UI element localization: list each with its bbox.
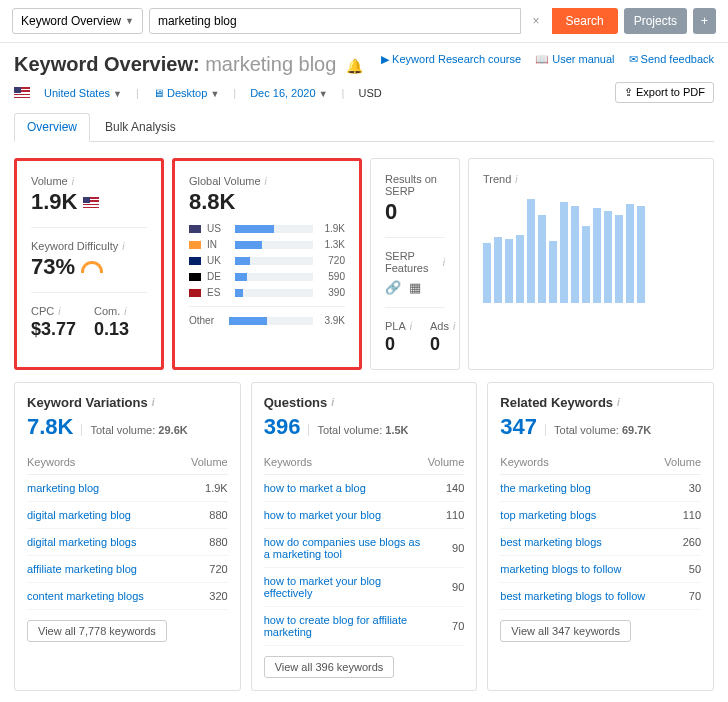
currency-label: USD [358, 87, 381, 99]
bell-icon[interactable]: 🔔 [346, 58, 363, 74]
global-volume-card: Global Volumei 8.8K US1.9KIN1.3KUK720DE5… [172, 158, 362, 370]
keyword-link[interactable]: best marketing blogs to follow [500, 590, 645, 602]
flag-icon [189, 257, 201, 265]
clear-input-icon[interactable]: × [527, 14, 546, 28]
keyword-link[interactable]: affiliate marketing blog [27, 563, 137, 575]
info-icon[interactable]: i [443, 257, 445, 268]
date-filter[interactable]: Dec 16, 2020 ▼ [250, 87, 327, 99]
keyword-variations-panel: Keyword Variationsi 7.8KTotal volume: 29… [14, 382, 241, 691]
flag-us-icon [83, 197, 99, 208]
tab-overview[interactable]: Overview [14, 113, 90, 142]
flag-icon [189, 289, 201, 297]
country-filter[interactable]: United States ▼ [44, 87, 122, 99]
flag-icon [189, 273, 201, 281]
keyword-link[interactable]: how to market a blog [264, 482, 366, 494]
keyword-overview-dropdown[interactable]: Keyword Overview▼ [12, 8, 143, 34]
keyword-link[interactable]: marketing blog [27, 482, 99, 494]
keyword-link[interactable]: the marketing blog [500, 482, 591, 494]
keyword-link[interactable]: marketing blogs to follow [500, 563, 621, 575]
projects-button[interactable]: Projects [624, 8, 687, 34]
related-keywords-panel: Related Keywordsi 347Total volume: 69.7K… [487, 382, 714, 691]
difficulty-arc-icon [81, 261, 103, 273]
search-input[interactable] [149, 8, 521, 34]
keyword-link[interactable]: digital marketing blogs [27, 536, 136, 548]
tab-bulk-analysis[interactable]: Bulk Analysis [92, 113, 189, 141]
manual-link[interactable]: 📖 User manual [535, 53, 614, 66]
search-button[interactable]: Search [552, 8, 618, 34]
questions-panel: Questionsi 396Total volume: 1.5K Keyword… [251, 382, 478, 691]
feedback-link[interactable]: ✉ Send feedback [629, 53, 714, 66]
add-project-button[interactable]: + [693, 8, 716, 34]
keyword-link[interactable]: how do companies use blogs as a marketin… [264, 536, 421, 560]
keyword-link[interactable]: content marketing blogs [27, 590, 144, 602]
export-pdf-button[interactable]: ⇪ Export to PDF [615, 82, 714, 103]
link-feature-icon: 🔗 [385, 280, 401, 295]
info-icon[interactable]: i [72, 176, 74, 187]
view-all-related-button[interactable]: View all 347 keywords [500, 620, 631, 642]
flag-us-icon [14, 87, 30, 98]
keyword-link[interactable]: how to create blog for affiliate marketi… [264, 614, 408, 638]
volume-card: Volumei 1.9K Keyword Difficultyi 73% CPC… [14, 158, 164, 370]
info-icon[interactable]: i [58, 306, 60, 317]
info-icon[interactable]: i [515, 174, 517, 185]
view-all-questions-button[interactable]: View all 396 keywords [264, 656, 395, 678]
keyword-link[interactable]: best marketing blogs [500, 536, 602, 548]
trend-card: Trendi [468, 158, 714, 370]
serp-results-card: Results on SERP 0 SERP Featuresi 🔗▦ PLAi… [370, 158, 460, 370]
device-filter[interactable]: 🖥 Desktop ▼ [153, 87, 219, 99]
keyword-link[interactable]: digital marketing blog [27, 509, 131, 521]
page-title: Keyword Overview: marketing blog 🔔 [14, 53, 363, 76]
chevron-down-icon: ▼ [125, 16, 134, 26]
flag-icon [189, 225, 201, 233]
keyword-link[interactable]: how to market your blog [264, 509, 381, 521]
flag-icon [189, 241, 201, 249]
keyword-link[interactable]: top marketing blogs [500, 509, 596, 521]
info-icon[interactable]: i [152, 397, 155, 408]
info-icon[interactable]: i [617, 397, 620, 408]
card-feature-icon: ▦ [409, 280, 421, 295]
keyword-link[interactable]: how to market your blog effectively [264, 575, 381, 599]
info-icon[interactable]: i [122, 241, 124, 252]
info-icon[interactable]: i [265, 176, 267, 187]
view-all-variations-button[interactable]: View all 7,778 keywords [27, 620, 167, 642]
course-link[interactable]: ▶ Keyword Research course [381, 53, 521, 66]
info-icon[interactable]: i [124, 306, 126, 317]
info-icon[interactable]: i [331, 397, 334, 408]
